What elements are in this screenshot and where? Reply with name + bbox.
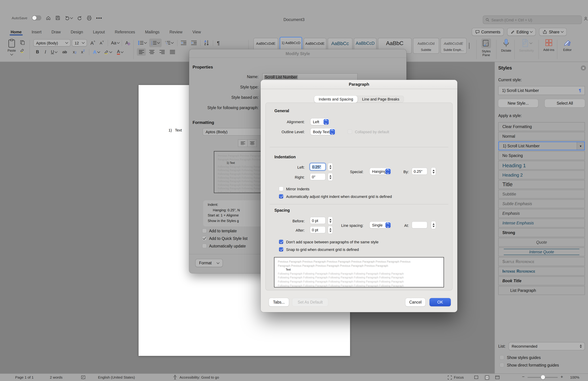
share-button[interactable]: Share bbox=[539, 28, 567, 36]
before-input[interactable]: 0 pt bbox=[310, 217, 325, 224]
style-chip-subtitle[interactable]: AaBbCcDdSubtitle bbox=[413, 38, 439, 54]
page-indicator[interactable]: Page 1 of 1 bbox=[15, 375, 34, 379]
at-stepper[interactable] bbox=[431, 221, 436, 229]
dialog-tab[interactable]: Indents and Spacing bbox=[314, 96, 357, 103]
at-input[interactable] bbox=[412, 222, 427, 228]
zoom-level[interactable]: 100% bbox=[570, 375, 579, 379]
word-count[interactable]: 2 words bbox=[50, 375, 63, 379]
style-chip-subtle-emphasis[interactable]: AaBbCcDdESubtle Emph... bbox=[441, 38, 467, 54]
addins-button[interactable]: Add-ins bbox=[540, 39, 558, 52]
ribbon-tab[interactable]: Insert bbox=[31, 28, 42, 36]
style-list-item[interactable]: Subtle Emphasis bbox=[498, 199, 585, 208]
ok-button[interactable]: OK bbox=[429, 298, 451, 306]
dont-add-space-checkbox[interactable]: Don't add space between paragraphs of th… bbox=[279, 240, 378, 244]
style-list-item[interactable]: 1) Scroll List Number bbox=[498, 141, 585, 150]
sort-button[interactable]: AZ bbox=[202, 39, 211, 47]
focus-icon[interactable] bbox=[448, 376, 452, 380]
show-direct-formatting-checkbox[interactable]: Show direct formatting guides bbox=[500, 363, 559, 367]
before-stepper[interactable] bbox=[328, 217, 333, 224]
subscript-button[interactable]: x2 bbox=[71, 48, 78, 55]
style-list-item[interactable]: Clear Formatting bbox=[498, 122, 585, 131]
style-list-item[interactable]: Normal bbox=[498, 132, 585, 141]
style-list-item[interactable]: Intense Emphasis bbox=[498, 219, 585, 227]
change-case-dropdown[interactable]: Aa bbox=[110, 39, 121, 46]
select-all-button[interactable]: Select All bbox=[545, 99, 585, 107]
paste-button[interactable]: Paste bbox=[5, 39, 18, 55]
ribbon-tab[interactable]: Layout bbox=[93, 28, 105, 36]
zoom-slider[interactable] bbox=[527, 377, 558, 378]
bullet-list-dropdown[interactable] bbox=[137, 39, 148, 46]
after-stepper[interactable] bbox=[328, 226, 333, 234]
style-list-item[interactable]: List Paragraph bbox=[498, 286, 585, 295]
special-dropdown[interactable]: Hanging bbox=[370, 168, 391, 175]
paragraph-dialog-titlebar[interactable]: Paragraph bbox=[261, 80, 457, 89]
indent-left-input[interactable]: 0.25" bbox=[310, 163, 325, 170]
copy-button[interactable] bbox=[20, 40, 25, 45]
increase-indent-button[interactable] bbox=[189, 39, 198, 46]
format-align-left-button[interactable] bbox=[238, 139, 248, 147]
search-input[interactable]: Search (Cmd + Ctrl + U) bbox=[483, 16, 582, 24]
justify-button[interactable] bbox=[168, 48, 177, 56]
style-list-item[interactable]: Subtitle bbox=[498, 190, 585, 199]
style-list-item[interactable]: Emphasis bbox=[498, 209, 585, 218]
tabs-button[interactable]: Tabs... bbox=[269, 298, 289, 306]
show-styles-guides-checkbox[interactable]: Show styles guides bbox=[500, 355, 541, 360]
alignment-dropdown[interactable]: Left bbox=[311, 118, 329, 125]
ribbon-tab[interactable]: Review bbox=[169, 28, 183, 36]
line-spacing-dropdown[interactable]: Single bbox=[370, 222, 391, 228]
add-to-template-checkbox[interactable]: Add to template bbox=[202, 228, 237, 233]
text-effects-dropdown[interactable]: A bbox=[91, 48, 101, 55]
print-layout-icon[interactable] bbox=[484, 375, 490, 380]
ribbon-tab[interactable]: Home bbox=[10, 28, 22, 36]
proofing-icon[interactable] bbox=[81, 375, 86, 380]
format-menu-button[interactable]: Format bbox=[195, 259, 223, 267]
style-list-item[interactable]: Heading 1 bbox=[498, 161, 585, 170]
new-style-button[interactable]: New Style... bbox=[498, 99, 538, 107]
grow-font-button[interactable]: A˄ bbox=[89, 39, 97, 46]
by-input[interactable]: 0.25" bbox=[412, 168, 427, 175]
ribbon-tab[interactable]: View bbox=[192, 28, 201, 36]
shrink-font-button[interactable]: A˅ bbox=[98, 39, 106, 46]
accessibility-status[interactable]: Accessibility: Good to go bbox=[180, 375, 219, 379]
indent-right-stepper[interactable] bbox=[328, 173, 333, 181]
automatically-update-checkbox[interactable]: Automatically update bbox=[202, 244, 246, 248]
format-painter-icon[interactable] bbox=[20, 48, 25, 53]
account-icon[interactable] bbox=[584, 17, 588, 21]
align-right-button[interactable] bbox=[157, 48, 167, 56]
editor-button[interactable]: Editor bbox=[558, 39, 576, 52]
indent-left-stepper[interactable] bbox=[328, 163, 333, 171]
style-list-item[interactable]: Intense Quote bbox=[498, 247, 585, 256]
ribbon-tab[interactable]: Mailings bbox=[145, 28, 160, 36]
ribbon-tab[interactable]: Design bbox=[70, 28, 84, 36]
read-mode-icon[interactable] bbox=[474, 376, 479, 379]
style-name-input[interactable]: Scroll List Number bbox=[262, 73, 357, 81]
underline-dropdown[interactable]: U bbox=[49, 48, 59, 55]
format-align-center-button[interactable] bbox=[248, 139, 257, 147]
font-name-dropdown[interactable]: Aptos (Body) bbox=[33, 39, 70, 46]
italic-button[interactable]: I bbox=[43, 48, 48, 55]
close-icon[interactable]: ✕ bbox=[581, 65, 586, 70]
indent-right-input[interactable]: 0" bbox=[310, 174, 325, 180]
gallery-more-icon[interactable] bbox=[469, 43, 472, 47]
style-list-item[interactable]: Subtle Reference bbox=[498, 257, 585, 266]
decrease-indent-button[interactable] bbox=[179, 39, 188, 46]
style-list-item[interactable]: Quote bbox=[498, 238, 585, 247]
accessibility-icon[interactable] bbox=[173, 375, 177, 380]
language-indicator[interactable]: English (United States) bbox=[98, 375, 135, 379]
cancel-button[interactable]: Cancel bbox=[405, 298, 425, 306]
style-list-item[interactable]: No Spacing bbox=[498, 151, 585, 160]
focus-button[interactable]: Focus bbox=[454, 375, 464, 379]
numbered-list-dropdown[interactable]: 123 bbox=[149, 39, 162, 47]
editing-dropdown[interactable]: Editing bbox=[507, 28, 536, 36]
superscript-button[interactable]: x2 bbox=[79, 48, 87, 55]
zoom-out-button[interactable]: − bbox=[522, 374, 525, 379]
snap-to-grid-checkbox[interactable]: Snap to grid when document grid is defin… bbox=[279, 247, 359, 252]
style-list-item[interactable]: Intense Reference bbox=[498, 267, 585, 276]
add-to-quick-style-checkbox[interactable]: Add to Quick Style list bbox=[202, 236, 248, 241]
ribbon-tab[interactable]: References bbox=[114, 28, 135, 36]
align-left-button[interactable] bbox=[137, 48, 146, 56]
font-color-dropdown[interactable]: A bbox=[115, 48, 125, 55]
mirror-indents-checkbox[interactable]: Mirror Indents bbox=[279, 186, 310, 191]
style-list-item[interactable]: Book Title bbox=[498, 276, 585, 285]
outline-level-dropdown[interactable]: Body Text bbox=[311, 128, 335, 135]
